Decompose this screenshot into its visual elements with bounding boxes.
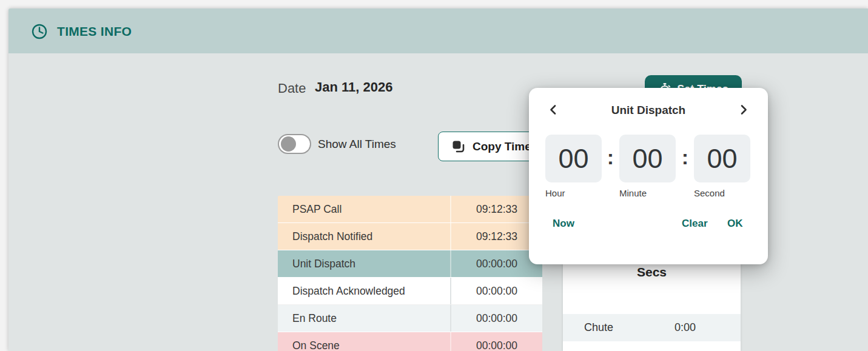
chevron-right-icon[interactable] <box>737 103 750 116</box>
time-separator: : <box>602 145 619 169</box>
date-label: Date <box>278 81 306 96</box>
secs-column-header: Secs <box>563 265 741 279</box>
table-row-unit-dispatch[interactable]: Unit Dispatch 00:00:00 <box>278 250 542 278</box>
copy-icon <box>452 140 465 153</box>
row-label: On Scene <box>278 339 450 351</box>
row-label: PSAP Call <box>278 203 450 216</box>
minute-label: Minute <box>619 188 647 198</box>
table-row-dispatch-acknowledged[interactable]: Dispatch Acknowledged 00:00:00 <box>278 278 542 305</box>
stat-label: Chute <box>584 321 613 334</box>
now-button[interactable]: Now <box>553 218 574 230</box>
row-label: En Route <box>278 312 450 325</box>
response-stats-card: Secs Chute 0:00 <box>563 255 741 351</box>
ok-button[interactable]: OK <box>727 218 743 230</box>
table-row-on-scene[interactable]: On Scene 00:00:00 <box>278 332 542 351</box>
table-row-en-route[interactable]: En Route 00:00:00 <box>278 305 542 332</box>
table-row-psap-call[interactable]: PSAP Call 09:12:33 <box>278 196 542 223</box>
clear-button[interactable]: Clear <box>682 218 708 230</box>
page-title: TIMES INFO <box>57 24 132 39</box>
second-input[interactable]: 00 <box>694 135 750 182</box>
stat-value: 0:00 <box>675 321 696 334</box>
stats-row-chute: Chute 0:00 <box>563 314 741 341</box>
row-time: 00:00:00 <box>450 305 542 332</box>
show-all-times-label: Show All Times <box>318 138 396 151</box>
times-info-page: TIMES INFO Date Jan 11, 2026 Show All Ti… <box>0 0 868 351</box>
copy-times-button[interactable]: Copy Times <box>438 132 542 161</box>
show-all-times-toggle[interactable] <box>278 134 311 154</box>
toggle-knob <box>281 136 296 152</box>
row-label: Dispatch Notified <box>278 230 450 243</box>
row-time: 00:00:00 <box>450 332 542 351</box>
times-table: PSAP Call 09:12:33 Dispatch Notified 09:… <box>278 196 542 351</box>
minute-input[interactable]: 00 <box>619 135 676 182</box>
clock-icon <box>32 24 47 39</box>
copy-times-label: Copy Times <box>473 140 537 153</box>
time-picker-popup: Unit Dispatch 00 : 00 : 00 Hour Minute S… <box>529 88 768 264</box>
date-value[interactable]: Jan 11, 2026 <box>315 79 392 95</box>
row-time: 00:00:00 <box>450 278 542 304</box>
panel-header <box>8 8 868 53</box>
row-label: Dispatch Acknowledged <box>278 285 450 298</box>
hour-input[interactable]: 00 <box>545 135 602 182</box>
row-label: Unit Dispatch <box>278 258 450 270</box>
table-row-dispatch-notified[interactable]: Dispatch Notified 09:12:33 <box>278 223 542 250</box>
second-label: Second <box>694 188 725 198</box>
hour-label: Hour <box>545 188 565 198</box>
time-picker-title: Unit Dispatch <box>529 104 768 117</box>
time-separator: : <box>676 145 694 169</box>
